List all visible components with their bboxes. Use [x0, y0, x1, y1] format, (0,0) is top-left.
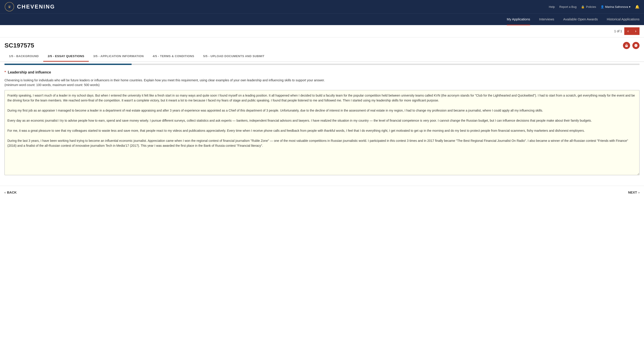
policies-link[interactable]: 🔒 Policies [581, 5, 596, 8]
notification-bell-icon[interactable]: 🔔 [635, 5, 640, 9]
chevron-right-icon: › [638, 190, 640, 194]
tab-terms-conditions[interactable]: 4/5 - TERMS & CONDITIONS [148, 51, 198, 62]
essay-textarea[interactable] [4, 90, 640, 175]
crown-emblem-icon: ♛ [5, 2, 14, 11]
required-indicator: * [4, 70, 6, 74]
logo-area: ♛ CHEVENING [4, 2, 55, 12]
nav-bar: My Applications Interviews Available Ope… [0, 13, 644, 25]
lock-button[interactable] [623, 42, 630, 49]
tab-application-information[interactable]: 3/5 - APPLICATION INFORMATION [89, 51, 148, 62]
chevron-left-icon: ‹ [4, 190, 6, 194]
info-icon [634, 44, 638, 47]
question-description: Chevening is looking for individuals who… [4, 78, 640, 87]
lock-icon [625, 44, 628, 47]
tab-essay-questions[interactable]: 2/5 - ESSAY QUESTIONS [43, 51, 89, 62]
nav-item-my-applications[interactable]: My Applications [507, 14, 530, 25]
back-link[interactable]: ‹ BACK [4, 190, 16, 194]
tab-background[interactable]: 1/5 - BACKGROUND [4, 51, 43, 62]
user-icon: 👤 [600, 5, 604, 8]
nav-item-interviews[interactable]: Interviews [539, 14, 554, 25]
logo-text: CHEVENING [17, 3, 55, 10]
bottom-navigation: ‹ BACK NEXT › [0, 186, 644, 199]
tab-upload-submit[interactable]: 5/5 - UPLOAD DOCUMENTS AND SUBMIT [198, 51, 269, 62]
top-bar: ♛ CHEVENING Help Report a Bug 🔒 Policies… [0, 0, 644, 13]
chevron-down-icon: ▾ [629, 5, 630, 8]
user-menu[interactable]: 👤 Marina Safronova ▾ [600, 5, 630, 8]
svg-text:♛: ♛ [8, 5, 11, 9]
application-id: SC197575 [4, 42, 34, 49]
application-header: SC197575 [0, 37, 644, 51]
header-action-icons [623, 42, 640, 49]
section-title-label: Leadership and influence [8, 70, 51, 74]
next-link[interactable]: NEXT › [628, 190, 640, 194]
page-info: 1 of 1 [614, 29, 622, 33]
main-content: * Leadership and influence Chevening is … [0, 65, 644, 181]
top-bar-actions: Help Report a Bug 🔒 Policies 👤 Marina Sa… [549, 5, 640, 9]
nav-item-available-open-awards[interactable]: Available Open Awards [563, 14, 598, 25]
lock-icon: 🔒 [581, 5, 584, 8]
prev-page-button[interactable]: ‹ [624, 27, 632, 35]
tabs: 1/5 - BACKGROUND 2/5 - ESSAY QUESTIONS 3… [0, 51, 644, 62]
pagination-row: 1 of 1 ‹ › [0, 25, 644, 37]
progress-bar-container [0, 62, 644, 65]
nav-item-historical-applications[interactable]: Historical Applications [607, 14, 640, 25]
help-link[interactable]: Help [549, 5, 555, 8]
info-button[interactable] [632, 42, 640, 49]
next-page-button[interactable]: › [632, 27, 640, 35]
section-title: * Leadership and influence [4, 70, 640, 74]
report-bug-link[interactable]: Report a Bug [559, 5, 576, 8]
logo-emblem: ♛ [4, 2, 14, 12]
